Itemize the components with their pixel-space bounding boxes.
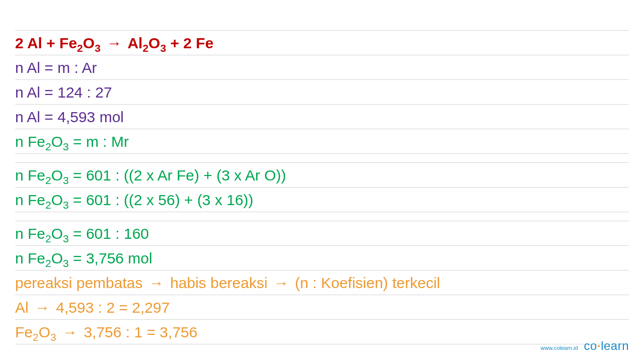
- calc-text: O: [51, 250, 63, 266]
- calc-sub: 2: [45, 233, 51, 244]
- calc-text: n Fe: [15, 225, 45, 242]
- gap-row: [15, 212, 629, 221]
- arrow-icon: →: [274, 273, 289, 294]
- calc-text: n Fe: [15, 192, 45, 208]
- calc-text: n Fe: [15, 250, 45, 266]
- eq-text: + 2 Fe: [166, 35, 213, 51]
- note-text: habis bereaksi: [166, 275, 272, 291]
- calc-line: n Fe2O3 = 601 : 160: [15, 221, 629, 246]
- footer: www.colearn.id co·learn: [541, 339, 629, 353]
- eq-sub: 2: [77, 42, 83, 54]
- note-line: Al → 4,593 : 2 = 2,297: [15, 295, 629, 320]
- note-text: (n : Koefisien) terkecil: [291, 275, 440, 291]
- calc-text: n Fe: [15, 133, 45, 150]
- calc-line: n Fe2O3 = 601 : ((2 x Ar Fe) + (3 x Ar O…: [15, 163, 629, 188]
- note-text: Fe: [15, 324, 33, 340]
- eq-text: O: [148, 35, 160, 51]
- note-line: pereaksi pembatas → habis bereaksi → (n …: [15, 270, 629, 295]
- eq-sub: 3: [160, 42, 166, 54]
- eq-text: 2 Al + Fe: [15, 35, 77, 51]
- arrow-icon: →: [107, 33, 122, 54]
- calc-text: = 601 : ((2 x 56) + (3 x 16)): [69, 192, 254, 208]
- calc-line: n Fe2O3 = 601 : ((2 x 56) + (3 x 16)): [15, 188, 629, 212]
- note-text: [56, 324, 60, 340]
- calc-text: n Al = 124 : 27: [15, 84, 112, 101]
- footer-url: www.colearn.id: [541, 345, 578, 351]
- calc-line: n Fe2O3 = 3,756 mol: [15, 246, 629, 270]
- eq-text: Al: [124, 35, 142, 51]
- note-text: 4,593 : 2 = 2,297: [52, 299, 170, 316]
- calc-sub: 3: [63, 257, 69, 269]
- calc-text: n Al = m : Ar: [15, 59, 97, 76]
- calc-sub: 2: [45, 174, 51, 186]
- calc-sub: 3: [63, 233, 69, 244]
- calc-text: = m : Mr: [69, 133, 129, 150]
- calc-text: O: [51, 225, 63, 242]
- calc-text: O: [51, 192, 63, 208]
- calc-text: n Al = 4,593 mol: [15, 109, 124, 125]
- calc-sub: 3: [63, 141, 69, 152]
- calc-sub: 3: [63, 174, 69, 186]
- content-area: 2 Al + Fe2O3 → Al2O3 + 2 Fe n Al = m : A…: [15, 30, 629, 344]
- arrow-icon: →: [62, 322, 77, 343]
- arrow-icon: →: [35, 297, 50, 318]
- note-text: Al: [15, 299, 33, 316]
- logo-learn: learn: [601, 339, 629, 352]
- equation-line: 2 Al + Fe2O3 → Al2O3 + 2 Fe: [15, 30, 629, 55]
- calc-text: O: [51, 167, 63, 184]
- calc-text: = 3,756 mol: [69, 250, 152, 266]
- calc-sub: 2: [45, 257, 51, 269]
- calc-line: n Al = 124 : 27: [15, 80, 629, 105]
- calc-sub: 3: [63, 199, 69, 211]
- footer-logo: co·learn: [584, 339, 629, 353]
- calc-line: n Al = m : Ar: [15, 55, 629, 80]
- calc-line: n Fe2O3 = m : Mr: [15, 129, 629, 154]
- calc-text: = 601 : 160: [69, 225, 149, 242]
- eq-text: O: [83, 35, 95, 51]
- calc-text: = 601 : ((2 x Ar Fe) + (3 x Ar O)): [69, 167, 286, 184]
- note-text: pereaksi pembatas: [15, 275, 147, 291]
- note-sub: 3: [50, 331, 56, 343]
- note-line: Fe2O3 → 3,756 : 1 = 3,756: [15, 320, 629, 344]
- logo-co: co: [584, 339, 597, 352]
- note-sub: 2: [33, 331, 39, 343]
- eq-sub: 2: [142, 42, 148, 54]
- note-text: 3,756 : 1 = 3,756: [79, 324, 197, 340]
- note-text: O: [39, 324, 50, 340]
- calc-text: O: [51, 133, 63, 150]
- calc-sub: 2: [45, 199, 51, 211]
- eq-text: [101, 35, 105, 51]
- arrow-icon: →: [149, 273, 164, 294]
- calc-sub: 2: [45, 141, 51, 152]
- gap-row: [15, 154, 629, 163]
- calc-text: n Fe: [15, 167, 45, 184]
- eq-sub: 3: [95, 42, 101, 54]
- calc-line: n Al = 4,593 mol: [15, 105, 629, 129]
